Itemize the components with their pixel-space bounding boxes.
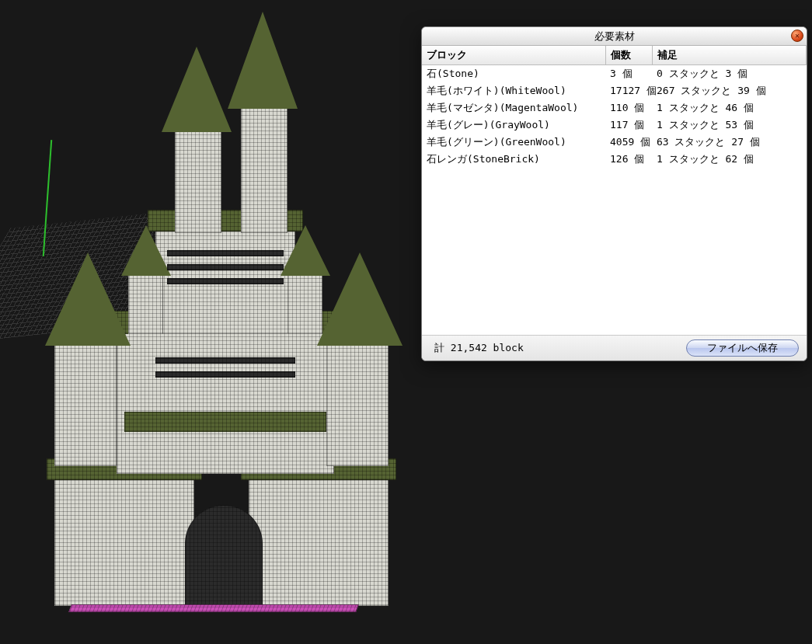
cell-block: 石レンガ(StoneBrick): [422, 151, 605, 168]
col-header-block[interactable]: ブロック: [422, 46, 605, 65]
cell-detail: 1 スタックと 53 個: [652, 117, 807, 134]
cell-detail: 63 スタックと 27 個: [652, 134, 807, 151]
table-row[interactable]: 羊毛(ホワイト)(WhiteWool) 17127 個 267 スタックと 39…: [422, 82, 807, 99]
materials-dialog: 必要素材 ✕ ブロック 個数 補足 石(Stone) 3 個 0 スタックと 3…: [421, 26, 807, 361]
cell-block: 羊毛(グレー)(GrayWool): [422, 117, 605, 134]
cell-count: 3 個: [605, 65, 652, 83]
dialog-titlebar[interactable]: 必要素材 ✕: [422, 27, 807, 46]
cell-count: 17127 個: [605, 82, 652, 99]
close-icon: ✕: [795, 32, 800, 40]
cell-detail: 1 スタックと 46 個: [652, 99, 807, 117]
cell-block: 石(Stone): [422, 65, 605, 83]
cell-count: 110 個: [605, 99, 652, 117]
cell-detail: 267 スタックと 39 個: [652, 82, 807, 99]
col-header-count[interactable]: 個数: [605, 46, 652, 65]
total-block-count: 計 21,542 block: [430, 341, 524, 355]
close-button[interactable]: ✕: [791, 30, 803, 42]
table-row[interactable]: 石レンガ(StoneBrick) 126 個 1 スタックと 62 個: [422, 151, 807, 168]
cell-block: 羊毛(マゼンタ)(MagentaWool): [422, 99, 605, 117]
col-header-detail[interactable]: 補足: [652, 46, 807, 65]
cell-count: 117 個: [605, 117, 652, 134]
cell-detail: 1 スタックと 62 個: [652, 151, 807, 168]
table-row[interactable]: 石(Stone) 3 個 0 スタックと 3 個: [422, 65, 807, 83]
materials-table-wrap: ブロック 個数 補足 石(Stone) 3 個 0 スタックと 3 個 羊毛(ホ…: [422, 46, 807, 335]
materials-table: ブロック 個数 補足 石(Stone) 3 個 0 スタックと 3 個 羊毛(ホ…: [422, 46, 807, 168]
cell-count: 126 個: [605, 151, 652, 168]
cell-block: 羊毛(グリーン)(GreenWool): [422, 134, 605, 151]
save-to-file-button[interactable]: ファイルへ保存: [686, 339, 799, 357]
cell-detail: 0 スタックと 3 個: [652, 65, 807, 83]
table-row[interactable]: 羊毛(マゼンタ)(MagentaWool) 110 個 1 スタックと 46 個: [422, 99, 807, 117]
dialog-title: 必要素材: [594, 30, 635, 44]
table-row[interactable]: 羊毛(グレー)(GrayWool) 117 個 1 スタックと 53 個: [422, 117, 807, 134]
cell-block: 羊毛(ホワイト)(WhiteWool): [422, 82, 605, 99]
cell-count: 4059 個: [605, 134, 652, 151]
ground-plane: [0, 207, 212, 344]
table-row[interactable]: 羊毛(グリーン)(GreenWool) 4059 個 63 スタックと 27 個: [422, 134, 807, 151]
voxel-castle-model: [39, 54, 404, 614]
dialog-footer: 計 21,542 block ファイルへ保存: [422, 335, 807, 360]
